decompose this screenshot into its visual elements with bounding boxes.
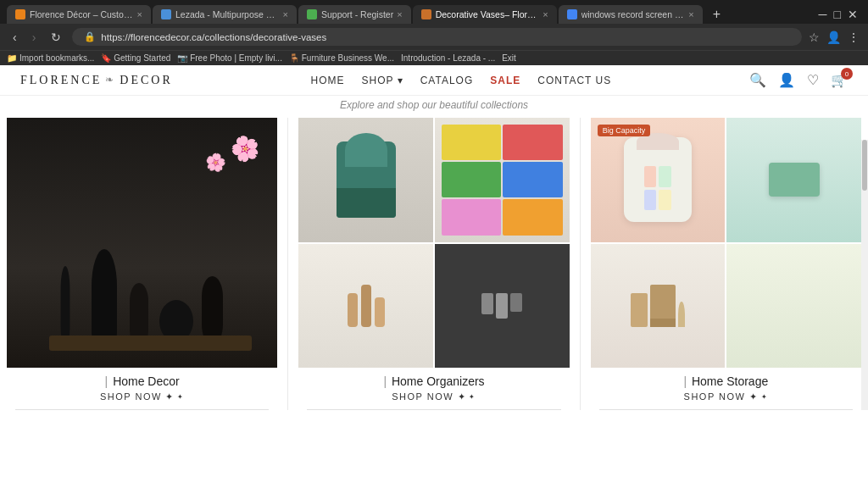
tab-1-favicon	[15, 9, 25, 19]
website-content: FLORENCE ❧ DECOR HOME SHOP ▾ CATALOG SAL…	[0, 65, 868, 410]
bookmark-getting-started[interactable]: 🔖 Getting Started	[101, 53, 170, 63]
url-bar[interactable]: 🔒 https://florencedecor.ca/collections/d…	[72, 28, 802, 46]
search-icon[interactable]: 🔍	[749, 72, 766, 88]
storage-title: Home Storage	[692, 374, 768, 388]
organizer-img-2	[435, 118, 570, 242]
organizers-shop-now[interactable]: SHOP NOW ✦	[392, 390, 476, 409]
hero-subtitle: Explore and shop our beautiful collectio…	[0, 96, 868, 118]
nav-home[interactable]: HOME	[311, 75, 345, 86]
tab-5-label: windows record screen - Googl...	[581, 9, 686, 19]
minimize-button[interactable]: ─	[819, 8, 827, 21]
food-containers	[789, 280, 799, 331]
tab-4-close[interactable]: ×	[542, 9, 548, 19]
storage-img-4	[726, 244, 861, 369]
home-storage-column: Big Capacity	[591, 118, 861, 410]
green-container	[769, 163, 820, 197]
big-capacity-badge: Big Capacity	[598, 125, 651, 136]
browser-icons: ☆ 👤 ⋮	[809, 30, 860, 44]
back-button[interactable]: ‹	[8, 29, 21, 46]
divider-1	[15, 409, 269, 410]
tab-3-label: Support - Register	[321, 9, 393, 19]
organizers-title: Home Organizers	[392, 374, 485, 388]
url-text: https://florencedecor.ca/collections/dec…	[101, 32, 790, 42]
color-drawers	[435, 118, 570, 242]
bookmarks-bar: 📁 Import bookmarks... 🔖 Getting Started …	[0, 50, 868, 65]
header-icons: 🔍 👤 ♡ 🛒 0	[749, 72, 848, 88]
home-decor-title: Home Decor	[113, 374, 180, 388]
organizer-img-1	[298, 118, 433, 242]
vase-small	[202, 276, 223, 344]
bookmark-exit[interactable]: Exit	[502, 53, 516, 63]
bookmark-star-icon[interactable]: ☆	[809, 30, 820, 44]
organizer-drawer	[337, 188, 396, 218]
new-tab-button[interactable]: +	[708, 5, 726, 24]
wishlist-icon[interactable]: ♡	[807, 72, 819, 88]
home-decor-image: 🌸 🌸	[7, 118, 277, 368]
reload-button[interactable]: ↻	[47, 29, 65, 46]
bookmark-import[interactable]: 📁 Import bookmarks...	[7, 53, 94, 63]
maximize-button[interactable]: □	[834, 8, 841, 21]
nav-shop[interactable]: SHOP ▾	[362, 75, 403, 86]
tab-1-close[interactable]: ×	[137, 9, 142, 19]
account-icon[interactable]: 👤	[778, 72, 795, 88]
bookmark-furniture[interactable]: 🪑 Furniture Business We...	[289, 53, 394, 63]
tab-2-close[interactable]: ×	[283, 9, 288, 19]
storage-img-1: Big Capacity	[591, 118, 726, 242]
home-decor-shop-now[interactable]: SHOP NOW ✦	[100, 390, 184, 409]
divider-2	[307, 409, 560, 410]
organizers-label: | Home Organizers	[383, 368, 484, 390]
tab-1[interactable]: Florence Décor – Customize Le... ×	[7, 5, 151, 24]
tab-2[interactable]: Lezada - Multipurpose Shopify ... ×	[153, 5, 297, 24]
lock-icon: 🔒	[84, 31, 96, 42]
wall-organizer	[481, 293, 522, 319]
bookmark-free-photo[interactable]: 📷 Free Photo | Empty livi...	[177, 53, 282, 63]
logo-text: FLORENCE	[20, 74, 102, 87]
scrollbar[interactable]	[861, 140, 868, 410]
forward-button[interactable]: ›	[28, 29, 41, 46]
close-button[interactable]: ✕	[848, 8, 858, 21]
storage-grid: Big Capacity	[591, 118, 861, 368]
organizer-dome	[345, 133, 387, 167]
logo-suffix: DECOR	[120, 74, 172, 87]
main-nav: HOME SHOP ▾ CATALOG SALE CONTACT US	[311, 75, 612, 86]
bookmark-lezada[interactable]: Introduction - Lezada - ...	[401, 53, 495, 63]
logo-ornament: ❧	[105, 74, 116, 86]
profile-icon[interactable]: 👤	[826, 30, 841, 44]
teal-organizer	[337, 141, 396, 218]
cart-badge: 0	[841, 68, 853, 80]
tab-5-favicon	[567, 9, 577, 19]
organizers-grid	[298, 118, 569, 368]
home-organizers-column: | Home Organizers SHOP NOW ✦	[298, 118, 569, 410]
tab-2-favicon	[161, 9, 171, 19]
divider-3	[599, 409, 853, 410]
nav-contact[interactable]: CONTACT US	[537, 75, 611, 86]
storage-label: | Home Storage	[683, 368, 768, 390]
tab-5[interactable]: windows record screen - Googl... ×	[559, 5, 703, 24]
site-header: FLORENCE ❧ DECOR HOME SHOP ▾ CATALOG SAL…	[0, 65, 868, 96]
home-decor-label: | Home Decor	[105, 368, 180, 390]
separator-1	[287, 118, 288, 410]
storage-img-2	[726, 118, 861, 242]
tab-3-close[interactable]: ×	[397, 9, 402, 19]
flower-branch-2: 🌸	[203, 150, 228, 174]
scrollbar-thumb[interactable]	[862, 140, 867, 191]
settings-icon[interactable]: ⋮	[848, 30, 860, 44]
tab-3[interactable]: Support - Register ×	[298, 5, 411, 24]
storage-box	[624, 137, 692, 222]
tab-4[interactable]: Decorative Vases– Florence De... ×	[413, 5, 557, 24]
cart-icon[interactable]: 🛒 0	[831, 72, 848, 88]
tab-4-label: Decorative Vases– Florence De...	[436, 9, 540, 19]
product-grid: 🌸 🌸 | Home Decor SHOP NOW ✦	[0, 118, 868, 410]
vanity-items	[631, 285, 685, 327]
nav-sale[interactable]: SALE	[490, 75, 520, 86]
tab-5-close[interactable]: ×	[688, 9, 693, 19]
tab-2-label: Lezada - Multipurpose Shopify ...	[175, 9, 280, 19]
storage-shop-now[interactable]: SHOP NOW ✦	[684, 390, 768, 409]
tab-3-favicon	[307, 9, 317, 19]
organizer-img-3	[298, 244, 433, 369]
vase-med	[130, 283, 148, 342]
vase-tall-1	[61, 266, 70, 342]
nav-catalog[interactable]: CATALOG	[420, 75, 474, 86]
browser-window: Florence Décor – Customize Le... × Lezad…	[0, 0, 868, 65]
storage-slots	[641, 163, 675, 214]
